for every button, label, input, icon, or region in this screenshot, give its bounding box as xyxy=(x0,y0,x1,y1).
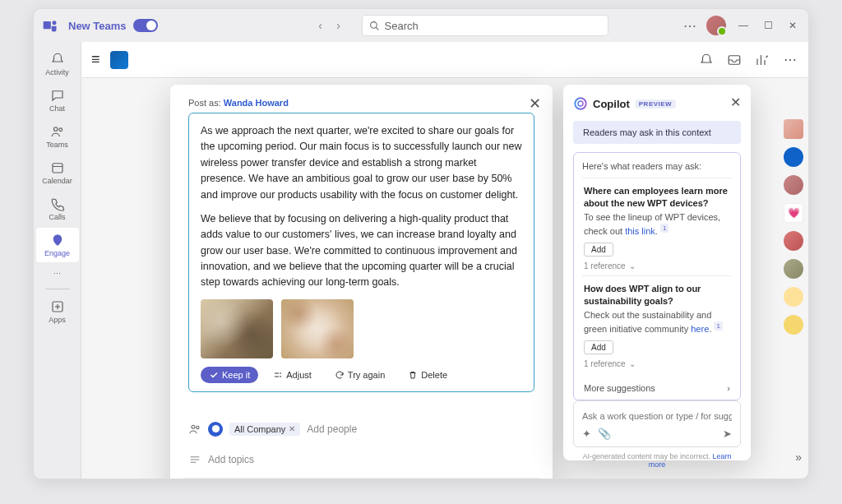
suggestion-1-link[interactable]: this link xyxy=(625,226,655,236)
rail-avatar-5[interactable] xyxy=(784,315,803,335)
user-avatar[interactable] xyxy=(706,16,726,35)
rail-item-emoji[interactable] xyxy=(784,287,803,307)
svg-rect-0 xyxy=(44,21,51,29)
readers-suggestions: Here's what readers may ask: Where can e… xyxy=(573,152,741,400)
adjust-button[interactable]: Adjust xyxy=(265,367,320,383)
minimize-button[interactable]: — xyxy=(736,18,751,33)
nav-activity[interactable]: Activity xyxy=(36,47,79,81)
suggestion-1: Where can employees learn more about the… xyxy=(582,178,732,275)
ai-disclaimer: AI-generated content may be incorrect. L… xyxy=(573,452,741,469)
rail-community-1[interactable] xyxy=(784,147,803,167)
svg-point-23 xyxy=(578,101,583,106)
reference-1-toggle[interactable]: 1 reference ⌄ xyxy=(584,261,730,270)
add-suggestion-2-button[interactable]: Add xyxy=(584,340,613,354)
remove-audience-icon[interactable]: ✕ xyxy=(289,424,295,433)
send-icon[interactable]: ➤ xyxy=(723,428,732,440)
close-compose-button[interactable]: ✕ xyxy=(529,95,541,113)
new-teams-toggle[interactable] xyxy=(133,19,158,32)
suggestion-2: How does WPT align to our sustainability… xyxy=(582,275,732,373)
close-window-button[interactable]: ✕ xyxy=(785,18,800,33)
teams-icon xyxy=(42,17,58,34)
inbox-icon[interactable] xyxy=(726,52,743,68)
rail-item-heart[interactable]: 💗 xyxy=(784,203,803,223)
nav-teams[interactable]: Teams xyxy=(36,119,79,154)
readers-header: Here's what readers may ask: xyxy=(582,161,732,171)
ref-badge-2[interactable]: 1 xyxy=(714,321,722,331)
ref-badge-1[interactable]: 1 xyxy=(660,224,669,233)
svg-point-13 xyxy=(197,426,199,428)
more-icon[interactable]: ⋯ xyxy=(683,18,696,34)
svg-point-22 xyxy=(575,98,586,109)
analytics-icon[interactable] xyxy=(754,52,770,68)
copilot-panel: ✕ Copilot PREVIEW Readers may ask in thi… xyxy=(563,85,751,460)
suggestion-2-link[interactable]: here xyxy=(691,324,709,334)
svg-line-3 xyxy=(376,27,378,30)
nav-apps[interactable]: Apps xyxy=(36,294,79,329)
reference-2-toggle[interactable]: 1 reference ⌄ xyxy=(584,359,730,368)
header-more-icon[interactable]: ⋯ xyxy=(782,52,798,68)
add-people-button[interactable]: Add people xyxy=(307,423,357,435)
notifications-icon[interactable] xyxy=(698,52,715,68)
rail-avatar-1[interactable] xyxy=(784,119,803,139)
preview-badge: PREVIEW xyxy=(635,99,676,109)
copilot-ask-box[interactable]: ✦ 📎 ➤ xyxy=(573,400,741,447)
audience-tag[interactable]: All Company✕ xyxy=(229,423,300,436)
maximize-button[interactable]: ☐ xyxy=(761,18,775,33)
nav-more[interactable]: ⋯ xyxy=(36,264,79,284)
nav-calendar[interactable]: Calendar xyxy=(36,155,79,190)
svg-point-1 xyxy=(53,21,57,25)
svg-point-2 xyxy=(370,21,377,28)
svg-point-14 xyxy=(211,425,219,432)
attachment-thumb-1[interactable] xyxy=(201,299,273,358)
attachment-icon[interactable]: 📎 xyxy=(598,428,611,440)
draft-paragraph-2[interactable]: We believe that by focusing on deliverin… xyxy=(201,211,522,291)
rail-avatar-2[interactable] xyxy=(784,175,803,195)
svg-point-4 xyxy=(53,127,58,132)
audience-icon xyxy=(188,423,201,436)
search-placeholder: Search xyxy=(385,20,419,32)
svg-point-5 xyxy=(58,128,62,132)
search-input[interactable]: Search xyxy=(362,15,608,36)
collapse-rail-icon[interactable]: » xyxy=(795,451,802,464)
nav-calls[interactable]: Calls xyxy=(36,192,79,226)
keep-it-button[interactable]: Keep it xyxy=(201,367,258,383)
context-pill[interactable]: Readers may ask in this context xyxy=(573,121,741,144)
more-suggestions-button[interactable]: More suggestions› xyxy=(582,380,732,393)
draft-paragraph-1[interactable]: As we approach the next quarter, we're e… xyxy=(201,123,522,203)
close-copilot-button[interactable]: ✕ xyxy=(730,95,741,110)
rail-avatar-4[interactable] xyxy=(784,259,803,279)
copilot-title: Copilot xyxy=(593,98,630,110)
attachment-thumb-2[interactable] xyxy=(281,299,354,358)
back-button[interactable]: ‹ xyxy=(312,17,329,34)
copilot-icon xyxy=(573,96,588,111)
sparkle-icon[interactable]: ✦ xyxy=(582,428,591,440)
nav-engage[interactable]: Engage xyxy=(36,228,79,262)
svg-rect-6 xyxy=(53,164,62,173)
engage-logo xyxy=(110,51,128,69)
svg-point-12 xyxy=(192,425,195,428)
nav-chat[interactable]: Chat xyxy=(36,83,79,118)
forward-button[interactable]: › xyxy=(331,17,347,34)
try-again-button[interactable]: Try again xyxy=(326,367,393,383)
add-suggestion-1-button[interactable]: Add xyxy=(584,243,613,257)
search-icon xyxy=(369,21,380,31)
delete-button[interactable]: Delete xyxy=(400,367,456,383)
compose-dialog: ✕ Post as: Wanda Howard As we approach t… xyxy=(170,85,553,479)
post-as-row: Post as: Wanda Howard xyxy=(188,98,534,108)
rail-avatar-3[interactable] xyxy=(784,231,803,251)
draft-editor[interactable]: As we approach the next quarter, we're e… xyxy=(188,113,534,392)
hamburger-icon[interactable]: ≡ xyxy=(91,51,100,68)
add-topics-button[interactable]: Add topics xyxy=(208,454,254,465)
new-teams-label: New Teams xyxy=(68,20,127,32)
copilot-input[interactable] xyxy=(582,411,732,421)
post-as-user[interactable]: Wanda Howard xyxy=(224,98,289,108)
topics-icon xyxy=(188,453,201,466)
